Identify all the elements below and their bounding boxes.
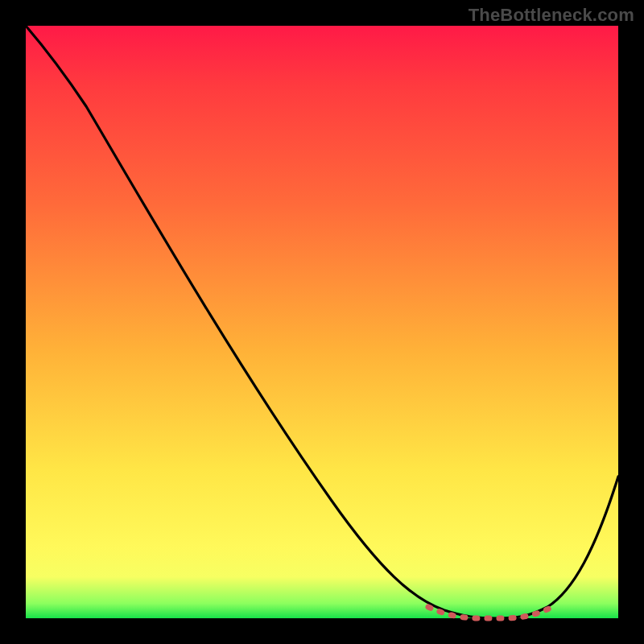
plot-area <box>26 26 618 618</box>
watermark-text: TheBottleneck.com <box>469 5 634 26</box>
optimal-band-marker <box>428 607 549 618</box>
bottleneck-curve <box>26 26 618 618</box>
chart-frame: TheBottleneck.com <box>0 0 644 644</box>
curve-svg <box>26 26 618 618</box>
